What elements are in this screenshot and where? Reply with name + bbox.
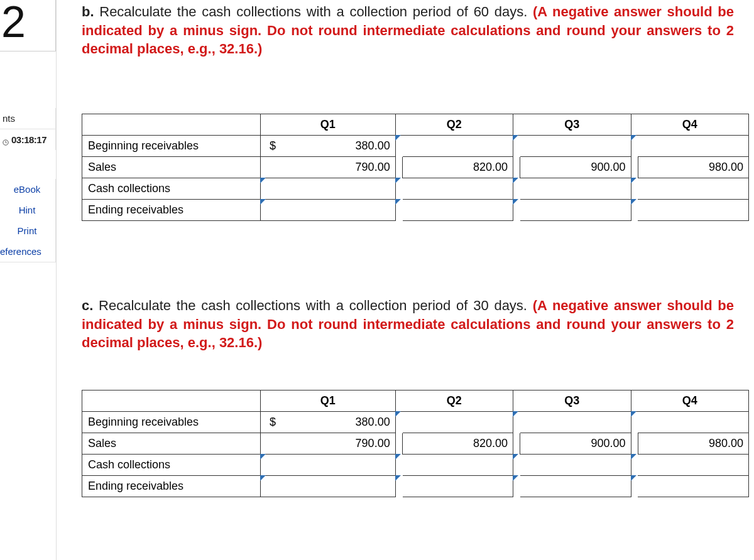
cell-marker-icon [395,454,401,460]
cell-b-sales-q2[interactable]: 820.00 [403,157,513,178]
cell-marker-icon [513,135,518,141]
cell-marker-icon [631,454,637,460]
cell-marker-icon [631,475,637,481]
main-content: b. Recalculate the cash collections with… [57,0,754,560]
cell-c-cash-q2[interactable] [403,455,513,476]
cell-b-cash-q1[interactable] [285,178,395,200]
cell-b-cash-q3[interactable] [520,178,631,200]
cell-c-begrec-q4[interactable] [638,412,748,433]
col-q3: Q3 [513,114,631,136]
col-q1: Q1 [260,114,395,136]
cell-b-sales-q1[interactable]: 790.00 [285,157,395,178]
cell-marker-icon [260,178,266,183]
table-b: Q1 Q2 Q3 Q4 Beginning receivables $ 380.… [82,114,749,221]
cell-c-end-q3[interactable] [520,476,631,497]
sidebar-item-hint[interactable]: Hint [0,200,56,220]
sidebar-item-timer: 03:18:17 [0,129,56,150]
cell-marker-icon [395,411,401,417]
clock-icon [3,137,9,143]
row-cash-collections: Cash collections [82,455,749,476]
cell-c-sales-q3[interactable]: 900.00 [520,433,631,455]
cell-b-begrec-q1[interactable]: 380.00 [285,136,395,157]
cell-c-begrec-q1[interactable]: 380.00 [285,412,395,433]
col-q2: Q2 [395,390,513,412]
row-cash-collections: Cash collections [82,178,749,200]
cell-marker-icon [395,178,401,183]
row-sales: Sales 790.00 820.00 900.00 980.00 [82,157,749,178]
currency-symbol: $ [260,136,285,157]
cell-c-sales-q2[interactable]: 820.00 [403,433,513,455]
sidebar-item-ebook[interactable]: eBook [0,179,56,200]
table-header-row: Q1 Q2 Q3 Q4 [82,114,749,136]
cell-marker-icon [631,178,637,183]
cell-c-end-q2[interactable] [403,476,513,497]
question-c-prompt: c. Recalculate the cash collections with… [82,296,749,352]
col-q4: Q4 [631,114,749,136]
cell-marker-icon [513,454,518,460]
sidebar-item-references[interactable]: eferences [0,241,56,262]
timer-value: 03:18:17 [11,134,46,145]
cell-c-begrec-q2[interactable] [403,412,513,433]
cell-b-sales-q4[interactable]: 980.00 [638,157,748,178]
sidebar: 2 nts 03:18:17 eBook Hint Print eference… [0,0,57,560]
cell-marker-icon [631,135,637,141]
cell-c-cash-q1[interactable] [285,455,395,476]
cell-c-sales-q1[interactable]: 790.00 [285,433,395,455]
cell-marker-icon [513,178,518,183]
cell-c-begrec-q3[interactable] [520,412,631,433]
cell-marker-icon [631,411,637,417]
cell-c-cash-q4[interactable] [638,455,748,476]
cell-marker-icon [513,411,518,417]
cell-c-end-q4[interactable] [638,476,748,497]
cell-c-sales-q4[interactable]: 980.00 [638,433,748,455]
sidebar-item-attempts[interactable]: nts [0,108,56,129]
cell-b-begrec-q4[interactable] [638,136,748,157]
cell-b-cash-q4[interactable] [638,178,748,200]
cell-b-cash-q2[interactable] [403,178,513,200]
currency-symbol: $ [260,412,285,433]
row-ending-receivables: Ending receivables [82,476,749,497]
cell-c-end-q1[interactable] [285,476,395,497]
cell-marker-icon [513,475,518,481]
table-header-row: Q1 Q2 Q3 Q4 [82,390,749,412]
question-number: 2 [1,0,26,44]
question-b-prompt: b. Recalculate the cash collections with… [82,3,749,58]
cell-b-begrec-q2[interactable] [403,136,513,157]
row-ending-receivables: Ending receivables [82,200,749,221]
cell-c-cash-q3[interactable] [520,455,631,476]
cell-b-end-q4[interactable] [638,200,748,221]
sidebar-item-print[interactable]: Print [0,220,56,241]
cell-b-begrec-q3[interactable] [520,136,631,157]
cell-b-end-q1[interactable] [285,200,395,221]
row-beginning-receivables: Beginning receivables $ 380.00 [82,412,749,433]
cell-marker-icon [260,454,266,460]
cell-b-end-q3[interactable] [520,200,631,221]
cell-marker-icon [395,199,401,205]
question-number-badge: 2 [0,0,56,51]
cell-marker-icon [260,199,266,205]
col-q1: Q1 [260,390,395,412]
cell-marker-icon [631,199,637,205]
cell-b-end-q2[interactable] [403,200,513,221]
col-q4: Q4 [631,390,749,412]
cell-b-sales-q3[interactable]: 900.00 [520,157,631,178]
col-q3: Q3 [513,390,631,412]
table-c: Q1 Q2 Q3 Q4 Beginning receivables $ 380.… [82,390,749,497]
row-beginning-receivables: Beginning receivables $ 380.00 [82,136,749,157]
cell-marker-icon [260,475,266,481]
cell-marker-icon [395,475,401,481]
row-sales: Sales 790.00 820.00 900.00 980.00 [82,433,749,455]
cell-marker-icon [513,199,518,205]
col-q2: Q2 [395,114,513,136]
cell-marker-icon [395,135,401,141]
